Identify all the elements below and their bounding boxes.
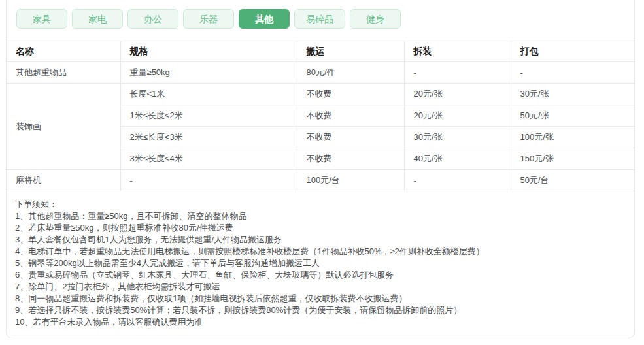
column-header: 打包 [511, 41, 634, 62]
note-item: 4、电梯订单中，若超重物品无法使用电梯搬运，则需按照楼梯标准补收楼层费（1件物品… [15, 246, 621, 257]
note-item: 9、若选择只拆不装，按拆装费50%计算；若只装不拆，则按拆装费80%计费（为便于… [15, 304, 621, 316]
table-cell: 2米≤长度<3米 [120, 127, 297, 148]
column-header: 名称 [7, 41, 120, 62]
column-header: 规格 [120, 41, 297, 62]
column-header: 搬运 [297, 41, 404, 62]
tab-7[interactable]: 健身 [350, 9, 401, 29]
tab-5-active[interactable]: 其他 [239, 9, 290, 29]
table-cell: 30元/张 [511, 84, 634, 105]
table-cell: 1米≤长度<2米 [120, 105, 297, 127]
table-cell: 20元/张 [404, 84, 511, 105]
table-cell: 其他超重物品 [7, 62, 120, 84]
table-cell: 不收费 [297, 148, 404, 170]
table-row: 麻将机-100元/台-50元/台 [7, 170, 634, 191]
table-cell: 装饰画 [7, 84, 120, 170]
table-header-row: 名称规格搬运拆装打包 [7, 41, 634, 62]
note-item: 3、单人套餐仅包含司机1人为您服务，无法提供超重/大件物品搬运服务 [15, 234, 621, 246]
note-item: 1、其他超重物品：重量≥50kg，且不可拆卸、清空的整体物品 [15, 210, 621, 222]
table-cell: 100元/台 [297, 170, 404, 191]
table-cell: 80元/件 [297, 62, 404, 84]
table-cell: 长度<1米 [120, 84, 297, 105]
table-cell: - [404, 62, 511, 84]
table-cell: 100元/张 [511, 127, 634, 148]
table-row: 其他超重物品重量≥50kg80元/件-- [7, 62, 634, 84]
table-cell: 麻将机 [7, 170, 120, 191]
table-body: 其他超重物品重量≥50kg80元/件--装饰画长度<1米不收费20元/张30元/… [7, 62, 634, 191]
note-item: 8、同一物品超重搬运费和拆装费，仅收取1项（如挂墙电视拆装后依然超重，仅收取拆装… [15, 293, 621, 304]
note-item: 10、若有平台未录入物品，请以客服确认费用为准 [15, 316, 621, 328]
note-item: 6、贵重或易碎物品（立式钢琴、红木家具、大理石、鱼缸、保险柜、大块玻璃等）默认必… [15, 269, 621, 281]
table-cell: 50元/台 [511, 170, 634, 191]
table-cell: - [120, 170, 297, 191]
table-cell: 重量≥50kg [120, 62, 297, 84]
table-cell: 20元/张 [404, 105, 511, 127]
notes-list: 1、其他超重物品：重量≥50kg，且不可拆卸、清空的整体物品2、若床垫重量≥50… [15, 210, 621, 328]
column-header: 拆装 [404, 41, 511, 62]
tab-4[interactable]: 乐器 [183, 9, 234, 29]
table-cell: 150元/张 [511, 148, 634, 170]
notes-title: 下单须知： [15, 199, 621, 210]
pricing-table: 名称规格搬运拆装打包 其他超重物品重量≥50kg80元/件--装饰画长度<1米不… [7, 41, 634, 191]
tab-bar: 家具家电办公乐器其他易碎品健身 [7, 0, 634, 29]
table-cell: 50元/张 [511, 105, 634, 127]
pricing-card: 家具家电办公乐器其他易碎品健身 名称规格搬运拆装打包 其他超重物品重量≥50kg… [6, 0, 635, 338]
tab-6[interactable]: 易碎品 [294, 9, 345, 29]
table-cell: 不收费 [297, 127, 404, 148]
tab-3[interactable]: 办公 [127, 9, 178, 29]
note-item: 5、钢琴等200kg以上物品需至少4人完成搬运，请下单后与客服沟通增加搬运工人 [15, 257, 621, 269]
table-cell: 不收费 [297, 105, 404, 127]
table-cell: 30元/张 [404, 127, 511, 148]
table-cell: 3米≤长度<4米 [120, 148, 297, 170]
table-cell: 不收费 [297, 84, 404, 105]
table-cell: - [511, 62, 634, 84]
note-item: 7、除单门、2拉门衣柜外，其他衣柜均需拆装才可搬运 [15, 281, 621, 293]
order-notes: 下单须知： 1、其他超重物品：重量≥50kg，且不可拆卸、清空的整体物品2、若床… [7, 191, 634, 328]
table-cell: 40元/张 [404, 148, 511, 170]
note-item: 2、若床垫重量≥50kg，则按照超重标准补收80元/件搬运费 [15, 222, 621, 234]
tab-2[interactable]: 家电 [72, 9, 123, 29]
tab-1[interactable]: 家具 [16, 9, 67, 29]
table-row: 装饰画长度<1米不收费20元/张30元/张 [7, 84, 634, 105]
table-cell: - [404, 170, 511, 191]
